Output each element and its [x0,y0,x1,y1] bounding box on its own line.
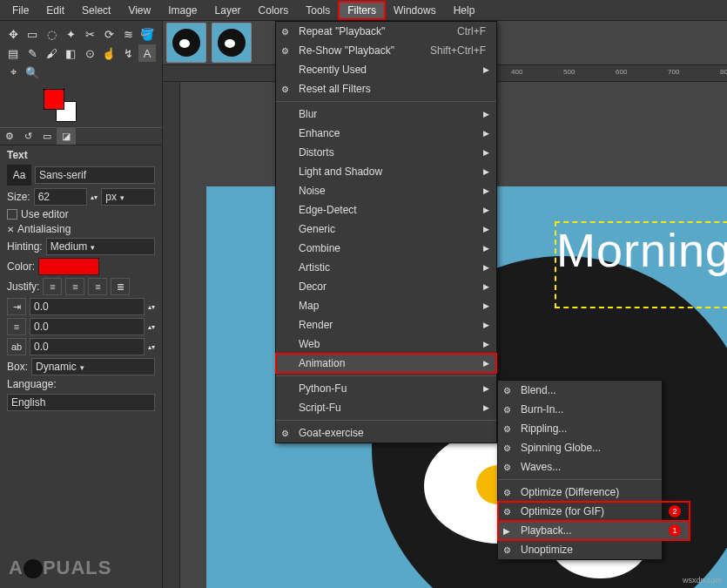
gear-icon: ⚙ [281,429,289,438]
font-field[interactable]: Sans-serif [35,166,155,184]
menu-colors[interactable]: Colors [250,2,298,19]
menu-filters[interactable]: Filters [339,2,385,19]
mi-light[interactable]: Light and Shadow▶ [276,162,496,181]
canvas-text: Morning [556,223,727,277]
mi-goat[interactable]: ⚙Goat-exercise [276,423,496,443]
mi-rippling[interactable]: ⚙Rippling... [498,419,690,438]
tool-pick[interactable]: ⌖ [4,64,22,81]
mi-spinning[interactable]: ⚙Spinning Globe... [498,438,690,457]
tool-rotate[interactable]: ⟳ [100,25,118,43]
filters-menu: ⚙Repeat "Playback"Ctrl+F ⚙Re-Show "Playb… [275,21,497,443]
mi-artistic[interactable]: Artistic▶ [276,258,496,277]
mi-playback[interactable]: ▶Playback...1 [498,521,690,540]
tool-warp[interactable]: ≋ [119,25,137,43]
box-label: Box: [7,361,28,373]
letter-spacing-input[interactable]: 0.0 [30,338,145,355]
tool-crop[interactable]: ✂ [81,25,98,43]
thumbnail-1[interactable] [166,23,206,63]
mi-generic[interactable]: Generic▶ [276,220,496,239]
tool-grid: ✥ ▭ ◌ ✦ ✂ ⟳ ≋ 🪣 ▤ ✎ 🖌 ◧ ⊙ ☝ ↯ A ⌖ 🔍 [0,21,162,85]
tool-pencil[interactable]: ✎ [24,44,41,62]
mi-pythonfu[interactable]: Python-Fu▶ [276,379,496,398]
menu-image[interactable]: Image [159,2,205,19]
text-selection[interactable]: Morning [555,221,727,308]
mi-optimize-diff[interactable]: ⚙Optimize (Difference) [498,483,690,502]
indent-input[interactable]: 0.0 [30,298,145,315]
menu-windows[interactable]: Windows [385,2,445,19]
mi-reshow[interactable]: ⚙Re-Show "Playback"Shift+Ctrl+F [276,41,496,60]
mi-blur[interactable]: Blur▶ [276,105,496,124]
gear-icon: ⚙ [281,46,289,56]
thumbnail-2[interactable] [212,23,252,63]
mi-repeat[interactable]: ⚙Repeat "Playback"Ctrl+F [276,22,496,41]
fg-color[interactable] [44,89,64,110]
tool-lasso[interactable]: ◌ [43,25,60,43]
justify-fill[interactable]: ≣ [111,278,130,295]
menu-help[interactable]: Help [445,2,484,19]
options-title: Text [7,149,155,161]
mi-noise[interactable]: Noise▶ [276,181,496,200]
mi-recent[interactable]: Recently Used▶ [276,60,496,79]
mi-decor[interactable]: Decor▶ [276,277,496,296]
color-swatch[interactable] [44,89,78,124]
tool-move[interactable]: ✥ [4,25,22,43]
dock-tab-tool-options[interactable]: ⚙ [0,128,19,145]
mi-render[interactable]: Render▶ [276,315,496,335]
justify-left[interactable]: ≡ [43,278,62,295]
box-select[interactable]: Dynamic [31,358,155,375]
line-spacing-input[interactable]: 0.0 [30,318,145,335]
menu-view[interactable]: View [119,2,159,19]
mi-optimize-gif[interactable]: ⚙Optimize (for GIF)2 [498,502,690,521]
justify-center[interactable]: ≡ [88,278,107,295]
color-label: Color: [7,260,35,273]
menu-tools[interactable]: Tools [297,2,339,19]
use-editor-checkbox[interactable] [7,209,17,220]
menu-edit[interactable]: Edit [37,2,73,19]
tool-fuzzy[interactable]: ✦ [62,25,79,43]
antialias-label: Antialiasing [17,223,71,235]
dock-tab-devices[interactable]: ↺ [19,128,37,145]
mi-animation[interactable]: Animation▶ [276,354,496,373]
close-icon[interactable]: ✕ [7,225,14,234]
justify-right[interactable]: ≡ [65,278,84,295]
gear-icon: ⚙ [281,27,289,37]
dock-tab-undo[interactable]: ◪ [57,128,76,145]
language-label: Language: [7,378,57,390]
hinting-select[interactable]: Medium [46,238,155,255]
mi-distorts[interactable]: Distorts▶ [276,143,496,162]
menu-select[interactable]: Select [73,2,119,19]
size-label: Size: [7,191,30,203]
indent-icon: ⇥ [7,298,26,315]
tool-zoom[interactable]: 🔍 [24,64,41,81]
mi-combine[interactable]: Combine▶ [276,239,496,258]
mi-enhance[interactable]: Enhance▶ [276,124,496,143]
size-unit[interactable]: px [101,188,155,206]
mi-web[interactable]: Web▶ [276,335,496,354]
chevron-right-icon: ▶ [483,65,489,74]
size-input[interactable]: 62 [34,188,88,206]
mi-unoptimize[interactable]: ⚙Unoptimize [498,540,690,559]
tool-text[interactable]: A [138,44,156,62]
dock-tab-images[interactable]: ▭ [37,128,57,145]
mi-reset[interactable]: ⚙Reset all Filters [276,79,496,98]
text-color-button[interactable] [38,258,99,275]
menu-file[interactable]: File [3,2,37,19]
mi-blend[interactable]: ⚙Blend... [498,381,690,400]
tool-rect-select[interactable]: ▭ [24,25,41,43]
ruler-vertical [163,82,180,588]
mi-burnin[interactable]: ⚙Burn-In... [498,400,690,419]
gear-icon: ⚙ [503,463,511,472]
tool-gradient[interactable]: ▤ [4,44,22,62]
tool-eraser[interactable]: ◧ [62,44,79,62]
mi-waves[interactable]: ⚙Waves... [498,457,690,476]
mi-edge[interactable]: Edge-Detect▶ [276,200,496,220]
tool-brush[interactable]: 🖌 [43,44,60,62]
tool-clone[interactable]: ⊙ [81,44,98,62]
tool-smudge[interactable]: ☝ [100,44,118,62]
tool-bucket[interactable]: 🪣 [138,25,156,43]
language-input[interactable]: English [7,394,155,411]
mi-map[interactable]: Map▶ [276,296,496,315]
mi-scriptfu[interactable]: Script-Fu▶ [276,398,496,417]
menu-layer[interactable]: Layer [206,2,250,19]
tool-path[interactable]: ↯ [119,44,137,62]
